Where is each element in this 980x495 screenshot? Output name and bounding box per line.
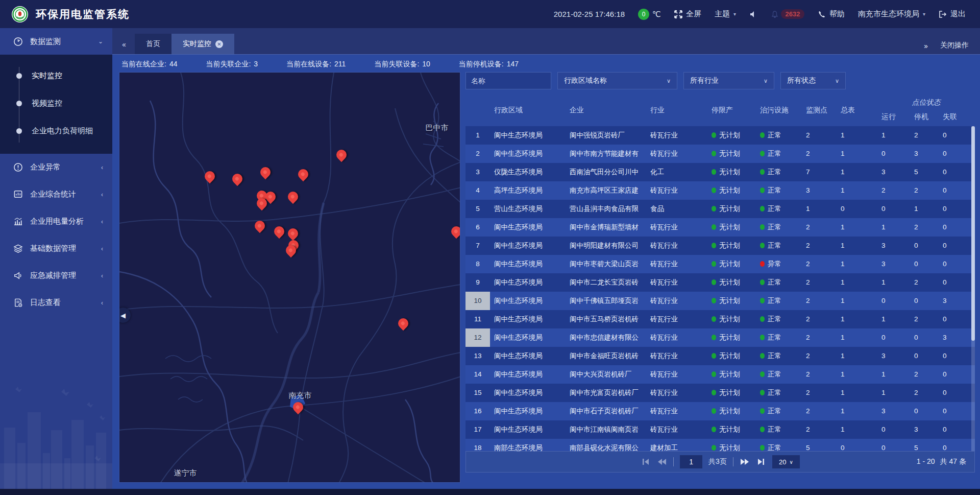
- cell-stop-status: 无计划: [707, 384, 756, 402]
- pagination-range: 1 - 20 共 47 条: [917, 457, 966, 466]
- sidebar-item-emergency-reduction[interactable]: 应急减排管理 ‹: [0, 262, 112, 289]
- tab-scroll-right-button[interactable]: ››: [924, 41, 927, 50]
- cell-lost-count: 0: [939, 439, 975, 451]
- cell-halt-count: 0: [910, 402, 939, 420]
- cell-monitor-count: 2: [802, 328, 837, 347]
- tab-home[interactable]: 首页: [135, 34, 172, 54]
- green-dot-icon: [760, 132, 765, 138]
- first-page-button[interactable]: [641, 457, 651, 467]
- tab-scroll-left-button[interactable]: ‹‹: [112, 34, 135, 54]
- sidebar-item-realtime-monitor[interactable]: 实时监控: [0, 62, 112, 89]
- table-row[interactable]: 14阆中生态环境局阆中大兴页岩机砖厂砖瓦行业无计划正常21120: [465, 365, 975, 384]
- cell-total-meter: 1: [837, 255, 877, 273]
- close-operations-button[interactable]: 关闭操作: [940, 41, 969, 50]
- cell-stop-status: 无计划: [707, 439, 756, 451]
- scrollbar-thumb[interactable]: [971, 126, 975, 341]
- theme-dropdown[interactable]: 主题 ▾: [715, 9, 736, 19]
- cell-monitor-count: 7: [802, 163, 837, 181]
- prev-page-icon: [657, 458, 667, 465]
- cell-index: 7: [465, 237, 490, 255]
- name-search-input[interactable]: [465, 72, 551, 89]
- cell-total-meter: 0: [837, 439, 877, 451]
- page-size-select[interactable]: 20 ∨: [772, 455, 800, 468]
- status-select[interactable]: 所有状态 ∨: [780, 72, 846, 89]
- cell-total-meter: 1: [837, 402, 877, 420]
- cell-stop-status: 无计划: [707, 420, 756, 439]
- table-row[interactable]: 8阆中生态环境局阆中市枣碧大梁山页岩砖瓦行业无计划异常21300: [465, 255, 975, 273]
- table-row[interactable]: 1阆中生态环境局阆中强锐页岩砖厂砖瓦行业无计划正常21120: [465, 126, 975, 145]
- sidebar-item-log-view[interactable]: 日志查看 ‹: [0, 289, 112, 316]
- last-page-button[interactable]: [756, 457, 766, 467]
- sidebar-item-power-analysis[interactable]: 企业用电量分析 ‹: [0, 208, 112, 235]
- cell-index: 11: [465, 310, 490, 328]
- next-page-button[interactable]: [740, 457, 750, 467]
- cell-total-meter: 1: [837, 310, 877, 328]
- sidebar-item-power-load-detail[interactable]: 企业电力负荷明细: [0, 117, 112, 145]
- table-row[interactable]: 3仪陇生态环境局西南油气田分公司川中化工无计划正常71350: [465, 163, 975, 181]
- cell-region: 阆中生态环境局: [490, 273, 566, 292]
- table-row[interactable]: 15阆中生态环境局阆中市光富页岩机砖厂砖瓦行业无计划正常21120: [465, 384, 975, 402]
- cell-index: 16: [465, 402, 490, 420]
- megaphone-icon: [13, 271, 23, 280]
- table-row[interactable]: 10阆中生态环境局阆中千佛镇五郎垭页岩砖瓦行业无计划正常21003: [465, 292, 975, 310]
- cell-run-count: 1: [877, 310, 910, 328]
- sidebar-item-data-monitor[interactable]: 数据监测 ⌄: [0, 28, 112, 55]
- logout-button[interactable]: 退出: [939, 9, 966, 19]
- table-row[interactable]: 16阆中生态环境局阆中市石子页岩机砖厂砖瓦行业无计划正常21300: [465, 402, 975, 420]
- green-dot-icon: [712, 279, 716, 285]
- sidebar-item-video-monitor[interactable]: 视频监控: [0, 89, 112, 117]
- table-row[interactable]: 9阆中生态环境局阆中市二龙长宝页岩砖砖瓦行业无计划正常21120: [465, 273, 975, 292]
- region-select[interactable]: 行政区域名称 ∨: [557, 72, 677, 89]
- help-button[interactable]: 帮助: [818, 9, 845, 19]
- table-row[interactable]: 11阆中生态环境局阆中市五马桥页岩机砖砖瓦行业无计划正常21120: [465, 310, 975, 328]
- cell-company: 阆中市金博瑞新型墙材: [566, 218, 646, 237]
- table-row[interactable]: 6阆中生态环境局阆中市金博瑞新型墙材砖瓦行业无计划正常21120: [465, 218, 975, 237]
- cell-index: 1: [465, 126, 490, 145]
- mute-button[interactable]: [749, 10, 757, 18]
- cell-industry: 砖瓦行业: [646, 347, 707, 365]
- stat-lost-enterprises: 当前失联企业: 3: [206, 60, 258, 69]
- cell-halt-count: 2: [910, 365, 939, 384]
- close-icon[interactable]: ✕: [215, 40, 223, 48]
- sidebar-item-label: 企业异常: [30, 162, 101, 172]
- table-row[interactable]: 13阆中生态环境局阆中市金福旺页岩机砖砖瓦行业无计划正常21300: [465, 347, 975, 365]
- cell-stop-status: 无计划: [707, 163, 756, 181]
- table-row[interactable]: 12阆中生态环境局阆中市忠信建材有限公砖瓦行业无计划正常21003: [465, 328, 975, 347]
- green-dot-icon: [760, 279, 765, 285]
- table-row[interactable]: 7阆中生态环境局阆中明阳建材有限公司砖瓦行业无计划正常21300: [465, 237, 975, 255]
- cell-region: 阆中生态环境局: [490, 310, 566, 328]
- table-row[interactable]: 2阆中生态环境局阆中市南方节能建材有砖瓦行业无计划正常21030: [465, 145, 975, 163]
- cell-halt-count: 3: [910, 145, 939, 163]
- prev-page-button[interactable]: [657, 457, 667, 467]
- cell-facility-status: 正常: [756, 163, 802, 181]
- submenu-dot-icon: [16, 101, 22, 106]
- sidebar-item-enterprise-statistics[interactable]: 企业综合统计 ‹: [0, 181, 112, 208]
- cell-company: 阆中市五马桥页岩机砖: [566, 310, 646, 328]
- table-row[interactable]: 4高坪生态环境局南充市高坪区王家店建砖瓦行业无计划正常31220: [465, 181, 975, 200]
- range-label: 1 - 20: [917, 457, 935, 466]
- cell-monitor-count: 2: [802, 384, 837, 402]
- cell-region: 阆中生态环境局: [490, 292, 566, 310]
- table-scrollbar[interactable]: [971, 126, 975, 451]
- sidebar-item-enterprise-abnormal[interactable]: 企业异常 ‹: [0, 154, 112, 181]
- table-row[interactable]: 17阆中生态环境局阆中市江南镇阆南页岩砖瓦行业无计划正常21030: [465, 420, 975, 439]
- page-size-value: 20: [779, 458, 786, 466]
- cell-stop-status: 无计划: [707, 310, 756, 328]
- table-row[interactable]: 5营山生态环境局营山县润丰肉食品有限食品无计划正常10010: [465, 200, 975, 218]
- cell-halt-count: 0: [910, 347, 939, 365]
- cell-run-count: 3: [877, 237, 910, 255]
- industry-select[interactable]: 所有行业 ∨: [683, 72, 774, 89]
- logout-icon: [939, 10, 947, 18]
- page-number-input[interactable]: 1: [680, 455, 702, 468]
- sidebar-item-base-data[interactable]: 基础数据管理 ‹: [0, 235, 112, 262]
- tab-realtime-monitor[interactable]: 实时监控 ✕: [172, 34, 234, 54]
- notifications-button[interactable]: 2632: [771, 9, 804, 19]
- map-panel[interactable]: 巴中市南充市遂宁市◀: [119, 72, 460, 483]
- cell-lost-count: 0: [939, 163, 975, 181]
- sidebar-item-label: 企业综合统计: [30, 190, 101, 199]
- fullscreen-button[interactable]: 全屏: [674, 9, 701, 19]
- cell-facility-status: 正常: [756, 384, 802, 402]
- table-row[interactable]: 18南部生态环境局南部县砚化水泥有限公建材加工无计划正常50050: [465, 439, 975, 451]
- cell-stop-status: 无计划: [707, 365, 756, 384]
- org-dropdown[interactable]: 南充市生态环境局 ▾: [858, 9, 925, 19]
